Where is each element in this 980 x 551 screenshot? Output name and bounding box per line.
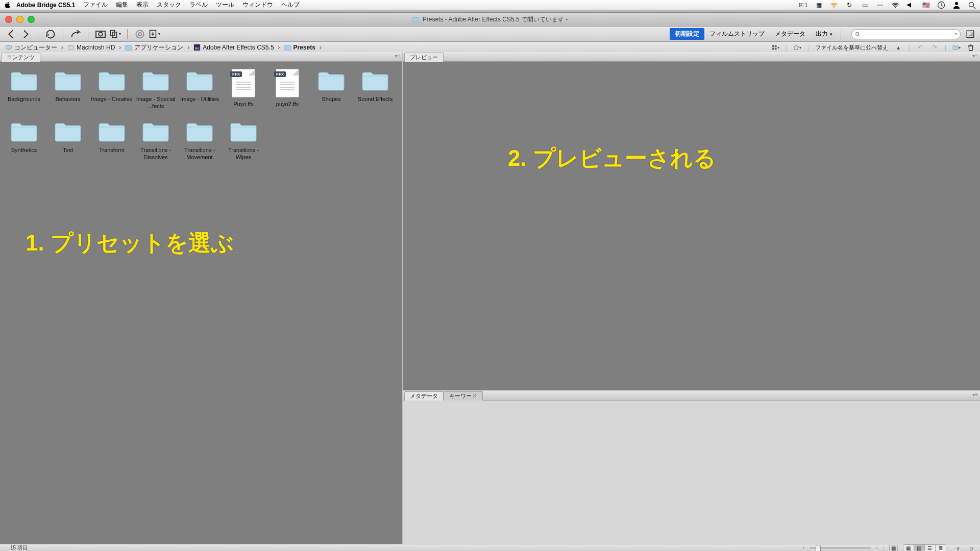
reveal-recent-button[interactable] [44, 29, 57, 39]
crumb-hd[interactable]: Macintosh HD [67, 44, 115, 51]
menu-view[interactable]: 表示 [136, 1, 149, 9]
get-photos-button[interactable] [94, 29, 107, 39]
sort-asc-icon[interactable]: ▴ [894, 43, 902, 52]
folder-item[interactable]: Image - Special ...fects [134, 69, 178, 110]
view-thumb-icon[interactable]: ▤ [914, 545, 925, 551]
workspace-metadata[interactable]: メタデータ [770, 28, 811, 40]
dropbox-icon[interactable]: ▦ [815, 1, 823, 9]
panel-menu-icon[interactable]: ▾≡ [972, 392, 978, 397]
output-module-button[interactable]: ▾ [148, 29, 160, 39]
refine-button[interactable]: ▾ [109, 29, 121, 39]
compact-mode-button[interactable] [966, 30, 975, 39]
view-detail-icon[interactable]: ☰ [925, 545, 936, 551]
trash-icon[interactable] [967, 43, 975, 52]
folder-icon [284, 44, 291, 51]
close-status-icon[interactable]: ✕ [957, 545, 960, 551]
app-name: Adobe Bridge CS5.1 [16, 2, 75, 9]
wifi-icon[interactable] [830, 1, 838, 9]
ffx-file-item[interactable]: FFXpuyo2.ffx [265, 69, 309, 110]
adobe-updater-icon[interactable]: A 1 [799, 1, 807, 9]
file-name-label: Synthetics [2, 146, 46, 154]
workspace-output[interactable]: 出力 [811, 28, 838, 40]
menu-stacks[interactable]: スタック [157, 1, 181, 9]
view-list-icon[interactable]: ≣ [936, 545, 946, 551]
menu-label[interactable]: ラベル [189, 1, 208, 9]
menu-file[interactable]: ファイル [83, 1, 108, 9]
new-folder-icon[interactable]: ▾ [952, 43, 961, 52]
file-name-label: Image - Special ...fects [134, 95, 178, 110]
tab-metadata[interactable]: メタデータ [404, 391, 444, 400]
minimize-button[interactable] [16, 16, 23, 23]
svg-rect-23 [772, 48, 774, 50]
nav-forward-button[interactable] [19, 29, 32, 39]
menu-help[interactable]: ヘルプ [281, 1, 300, 9]
menu-tools[interactable]: ツール [216, 1, 234, 9]
boomerang-button[interactable] [69, 29, 82, 39]
rotate-ccw-icon[interactable]: ↶ [916, 43, 924, 52]
sync-icon[interactable]: ↻ [845, 1, 853, 9]
folder-item[interactable]: Transform [90, 120, 134, 161]
ffx-file-item[interactable]: FFXPuyo.ffx [222, 69, 265, 110]
panel-menu-icon[interactable]: ▾≡ [972, 53, 978, 59]
tab-preview[interactable]: プレビュー [404, 53, 444, 62]
flag-icon[interactable]: 🇺🇸 [922, 1, 930, 9]
thumb-size-large-icon[interactable]: ▫ [876, 545, 878, 551]
thumbnail-size-slider[interactable] [810, 547, 871, 549]
menubar-status: A 1 ▦ ↻ ▭ ⋯ 🇺🇸 [799, 0, 976, 10]
file-name-label: Backgrounds [2, 95, 46, 103]
crumb-ae[interactable]: Ae Adobe After Effects CS5.5 [193, 44, 274, 51]
folder-icon [141, 69, 170, 92]
view-grid-icon[interactable]: ▦ [903, 545, 914, 551]
spotlight-icon[interactable] [968, 1, 976, 9]
folder-item[interactable]: Transitions - Wipes [222, 120, 265, 161]
menu-window[interactable]: ウィンドウ [242, 1, 273, 9]
preview-area[interactable]: 2. プレビューされる [403, 62, 980, 391]
crumb-presets[interactable]: Presets [284, 44, 315, 51]
workspace-default[interactable]: 初期設定 [670, 28, 704, 40]
menu-edit[interactable]: 編集 [116, 1, 128, 9]
drive-icon [67, 44, 75, 51]
tab-keywords[interactable]: キーワード [444, 391, 483, 400]
star-rating-icon[interactable]: ▾ [793, 43, 801, 52]
content-area[interactable]: BackgroundsBehaviorsImage - CreativeImag… [0, 62, 402, 544]
wifi2-icon[interactable] [891, 1, 899, 9]
folder-item[interactable]: Backgrounds [2, 69, 46, 110]
metadata-body[interactable] [403, 400, 980, 544]
panel-menu-icon[interactable]: ▾≡ [395, 53, 400, 59]
apple-icon[interactable] [4, 2, 11, 9]
window-title: Presets - Adobe After Effects CS5.5 で開いて… [412, 15, 568, 24]
search-box[interactable]: ▾ [851, 29, 961, 39]
crumb-computer[interactable]: コンピューター [5, 43, 57, 52]
dots-icon[interactable]: ⋯ [876, 1, 884, 9]
svg-line-5 [973, 7, 975, 9]
volume-icon[interactable] [906, 1, 915, 9]
user-icon[interactable] [952, 1, 961, 9]
nav-back-button[interactable] [5, 29, 17, 39]
crumb-applications[interactable]: アプリケーション [125, 43, 183, 52]
folder-item[interactable]: Sound Effects [353, 69, 397, 110]
zoom-button[interactable] [28, 16, 35, 23]
folder-item[interactable]: Shapes [309, 69, 353, 110]
folder-item[interactable]: Behaviors [46, 69, 90, 110]
folder-item[interactable]: Image - Utilities [178, 69, 222, 110]
folder-item[interactable]: Transitions - Dissolves [134, 120, 178, 161]
folder-item[interactable]: Synthetics [2, 120, 46, 161]
folder-item[interactable]: Transitions - Movement [178, 120, 222, 161]
folder-item[interactable]: Text [46, 120, 90, 161]
lock-grid-icon[interactable]: ▦ [889, 545, 898, 552]
sort-label[interactable]: ファイル名を基準に並べ替え [815, 44, 888, 52]
svg-point-13 [856, 32, 859, 35]
folder-item[interactable]: Image - Creative [90, 69, 134, 110]
workspace-filmstrip[interactable]: フィルムストリップ [704, 28, 770, 40]
clock-icon[interactable] [937, 1, 945, 9]
open-camera-raw-button[interactable] [134, 29, 146, 39]
rotate-cw-icon[interactable]: ↷ [930, 43, 939, 52]
thumb-size-small-icon[interactable]: ▫ [803, 545, 804, 550]
display-icon[interactable]: ▭ [861, 1, 869, 9]
expand-status-icon[interactable]: ○ [970, 545, 973, 551]
tab-content[interactable]: コンテンツ [1, 53, 40, 62]
window-title-text: Presets - Adobe After Effects CS5.5 で開いて… [423, 15, 568, 24]
close-button[interactable] [5, 16, 12, 23]
thumbnail-grid-icon[interactable]: ▾ [771, 43, 779, 52]
search-input[interactable] [862, 31, 955, 38]
